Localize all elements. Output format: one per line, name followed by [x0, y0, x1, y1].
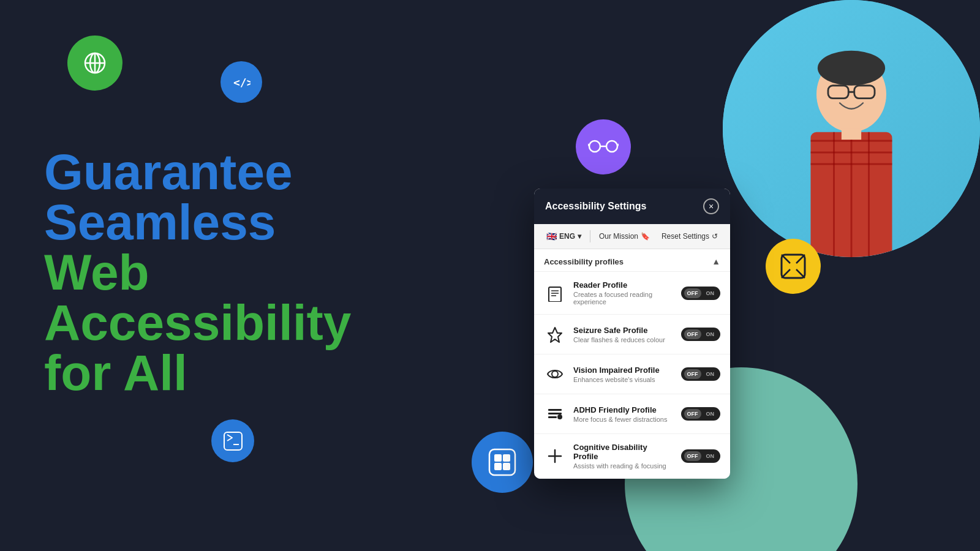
vision-profile-toggle[interactable]: OFF ON: [681, 367, 721, 381]
vision-profile-desc: Enhances website's visuals: [573, 376, 674, 383]
accessibility-panel: Accessibility Settings × 🇬🇧 ENG ▾ Our Mi…: [534, 189, 730, 479]
profile-item-vision: Vision Impaired Profile Enhances website…: [534, 354, 730, 394]
glasses-bubble: [576, 119, 631, 174]
globe-bubble: [67, 36, 123, 91]
profile-item-cognitive: Cognitive Disability Profile Assists wit…: [534, 434, 730, 479]
seizure-profile-icon: [544, 323, 566, 345]
heading-line-4: for All: [44, 348, 461, 398]
profiles-section-label: Accessibility profiles: [544, 257, 624, 266]
svg-rect-27: [494, 454, 502, 462]
reader-profile-info: Reader Profile Creates a focused reading…: [573, 280, 674, 305]
svg-rect-37: [548, 413, 562, 414]
toolbar-separator-1: [590, 230, 590, 242]
svg-text:</>: </>: [233, 76, 251, 89]
profile-list: Reader Profile Creates a focused reading…: [534, 272, 730, 479]
cognitive-profile-info: Cognitive Disability Profile Assists wit…: [573, 443, 674, 470]
svg-rect-36: [548, 409, 562, 411]
seizure-profile-desc: Clear flashes & reduces colour: [573, 336, 674, 343]
profiles-section-header: Accessibility profiles ▲: [534, 249, 730, 272]
toggle-off-label: OFF: [684, 451, 701, 461]
svg-rect-19: [606, 141, 617, 152]
vision-profile-name: Vision Impaired Profile: [573, 365, 674, 375]
widget-bubble: [472, 432, 533, 493]
svg-rect-18: [589, 141, 600, 152]
cognitive-profile-desc: Assists with reading & focusing: [573, 462, 674, 470]
svg-rect-31: [549, 287, 561, 302]
reader-profile-icon: [544, 282, 566, 304]
toggle-off-label: OFF: [684, 288, 701, 298]
profile-item-seizure: Seizure Safe Profile Clear flashes & red…: [534, 315, 730, 354]
panel-close-button[interactable]: ×: [703, 198, 719, 214]
svg-point-35: [552, 371, 558, 377]
svg-rect-29: [494, 463, 502, 470]
svg-rect-38: [548, 416, 557, 418]
svg-rect-12: [842, 128, 861, 140]
mission-label: Our Mission: [599, 232, 638, 241]
cognitive-profile-toggle[interactable]: OFF ON: [681, 449, 721, 463]
heading-line-2: Seamless: [44, 197, 461, 247]
reader-profile-name: Reader Profile: [573, 280, 674, 290]
panel-toolbar: 🇬🇧 ENG ▾ Our Mission 🔖 Reset Settings ↺: [534, 224, 730, 249]
reader-profile-toggle[interactable]: OFF ON: [681, 287, 721, 300]
toggle-off-label: OFF: [684, 329, 701, 339]
profiles-chevron-up-icon[interactable]: ▲: [712, 257, 720, 266]
lang-label: ENG: [559, 232, 575, 241]
svg-rect-24: [224, 432, 242, 450]
heading-line-1: Guarantee: [44, 147, 461, 197]
svg-rect-28: [503, 454, 510, 462]
panel-header: Accessibility Settings ×: [534, 189, 730, 224]
svg-point-4: [818, 51, 885, 86]
main-heading: Guarantee Seamless Web Accessibility for…: [44, 147, 461, 398]
vision-profile-info: Vision Impaired Profile Enhances website…: [573, 365, 674, 383]
adhd-profile-toggle[interactable]: OFF ON: [681, 407, 721, 421]
profile-item-adhd: ADHD Friendly Profile More focus & fewer…: [534, 394, 730, 434]
adhd-profile-name: ADHD Friendly Profile: [573, 405, 674, 414]
panel-title: Accessibility Settings: [545, 201, 646, 212]
toggle-off-label: OFF: [684, 369, 701, 379]
heading-line-3: Web Accessibility: [44, 247, 461, 348]
seizure-profile-toggle[interactable]: OFF ON: [681, 328, 721, 341]
language-selector[interactable]: 🇬🇧 ENG ▾: [541, 229, 586, 244]
terminal-bubble: [211, 419, 254, 462]
our-mission-button[interactable]: Our Mission 🔖: [594, 230, 655, 243]
profile-item-reader: Reader Profile Creates a focused reading…: [534, 272, 730, 315]
adhd-profile-icon: [544, 403, 566, 425]
seizure-profile-info: Seizure Safe Profile Clear flashes & red…: [573, 326, 674, 343]
flag-icon: 🇬🇧: [546, 231, 557, 241]
code-bubble: </>: [221, 61, 262, 103]
lang-arrow: ▾: [578, 232, 581, 241]
svg-rect-30: [503, 463, 510, 470]
resize-bubble: [766, 239, 821, 294]
toggle-on-label: ON: [703, 369, 718, 379]
toggle-off-label: OFF: [684, 409, 701, 419]
mission-icon: 🔖: [641, 232, 650, 241]
adhd-profile-info: ADHD Friendly Profile More focus & fewer…: [573, 405, 674, 423]
vision-profile-icon: [544, 363, 566, 385]
reader-profile-desc: Creates a focused reading experience: [573, 291, 674, 305]
toggle-on-label: ON: [703, 451, 718, 461]
toggle-on-label: ON: [703, 329, 718, 339]
svg-rect-26: [489, 449, 515, 475]
hero-person: [723, 0, 980, 257]
reset-icon: ↺: [712, 232, 718, 241]
cognitive-profile-name: Cognitive Disability Profile: [573, 443, 674, 461]
reset-settings-button[interactable]: Reset Settings ↺: [657, 230, 723, 243]
toggle-on-label: ON: [703, 409, 718, 419]
hero-photo-circle: [723, 0, 980, 257]
toggle-on-label: ON: [703, 288, 718, 298]
adhd-profile-desc: More focus & fewer distractions: [573, 416, 674, 423]
reset-label: Reset Settings: [662, 232, 709, 241]
seizure-profile-name: Seizure Safe Profile: [573, 326, 674, 335]
cognitive-profile-icon: [544, 445, 566, 467]
svg-point-39: [557, 414, 562, 419]
